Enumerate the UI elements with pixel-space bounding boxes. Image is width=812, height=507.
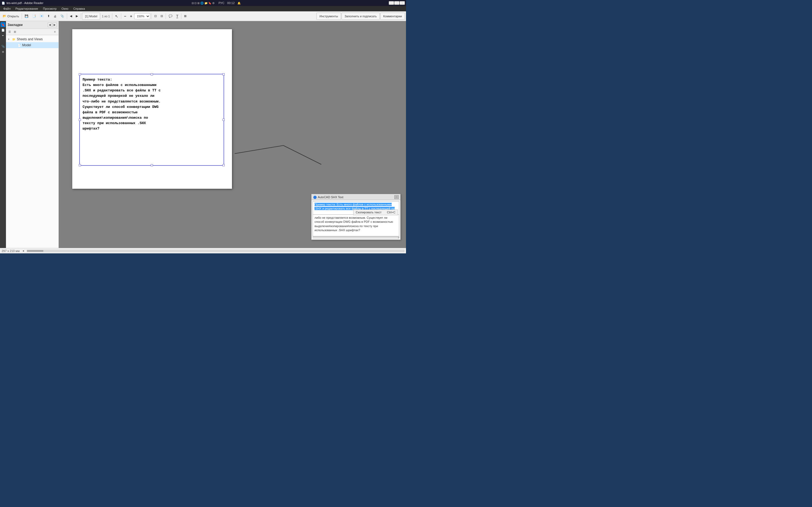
taskbar-icon: ⊟ ⊡ ⊞ 🌐 📁 🔖 ⚙ [192,2,215,5]
bookmarks-icon[interactable]: 🔖 [1,22,5,27]
sidebar-header-controls: ◀ ▶ [48,23,57,27]
print-button[interactable]: 🖨 [52,12,58,20]
panel-toggle-button[interactable]: ⊠ [183,12,188,20]
signature-icon[interactable]: ✒ [1,33,5,38]
tools-panel-button[interactable]: Инструменты [316,13,341,20]
menu-edit[interactable]: Редактирование [13,6,40,11]
svg-line-1 [284,146,321,164]
minimize-button[interactable]: ─ [389,1,394,5]
zoom-in-button[interactable]: + [128,12,134,20]
shx-scrollbar[interactable]: ◢ [313,236,399,238]
attachment-button[interactable]: 📎 [59,12,66,20]
notification-icon: 🔔 [237,2,241,5]
printer-icon: 🖨 [54,15,57,18]
page-icon: 📄 [17,43,21,47]
menu-window[interactable]: Окно [59,6,71,11]
menu-file[interactable]: Файл [1,6,13,11]
menu-view[interactable]: Просмотр [41,6,59,11]
open-button[interactable]: 📂 Открыть [1,12,20,20]
bookmark-new-icon[interactable]: ☰ [7,30,12,34]
sidebar-toolbar: ☰ ⊞ ≡ [6,29,58,35]
pdf-text-content: Пример текста: Есть много файлов с испол… [79,74,224,135]
left-icon-bar: 🔖 📄 ✒ 📎 ⊕ [0,21,6,248]
fit-width-button[interactable]: ⊟ [159,12,164,20]
window-controls[interactable]: ─ □ ✕ [389,1,405,5]
tree-item-sheets-views[interactable]: ▾ 📁 Sheets and Views [6,36,58,42]
open-label: Открыть [7,15,19,18]
sidebar-panel: Закладки ◀ ▶ ☰ ⊞ ≡ ▾ 📁 Sheets and Views … [6,21,59,248]
fit-width-icon: ⊟ [160,14,163,18]
print-pdf-icon: 📑 [32,14,36,18]
upload-icon: ⬆ [47,14,50,18]
scrollbar-thumb[interactable] [27,250,43,252]
shx-remaining-text: либо не представляется возможным. Сущест… [313,215,399,236]
highlight-icon: T̲ [176,14,179,18]
menu-bar: Файл Редактирование Просмотр Окно Справк… [0,6,406,11]
open-icon: 📂 [3,14,6,18]
pdf-page: Пример текста: Есть много файлов с испол… [72,29,232,189]
toolbar: 📂 Открыть 💾 📑 📧 ⬆ 🖨 📎 ◀ ▶ [1] Model 1 из… [0,11,406,21]
bookmark-menu-icon[interactable]: ≡ [52,30,57,34]
cursor-tool-button[interactable]: ↖ [113,12,120,20]
pdf-content-area[interactable]: Пример текста: Есть много файлов с испол… [59,21,406,248]
tree-item-model[interactable]: 📄 Model [6,42,58,48]
comment-button[interactable]: 💬 [167,12,174,20]
sidebar-header: Закладки ◀ ▶ [6,21,58,29]
zoom-selector[interactable]: 150% 100% 75% 50% 200% [134,13,150,19]
upload-button[interactable]: ⬆ [46,12,51,20]
svg-line-0 [235,146,284,154]
zoom-out-button[interactable]: − [122,12,128,20]
shx-highlighted-text: Пример текста: Есть много файлов с испол… [314,203,395,210]
bookmark-expand-icon[interactable]: ⊞ [12,30,17,34]
save-button[interactable]: 💾 [23,12,30,20]
shx-resize-corner[interactable]: ◢ [398,236,399,238]
comments-panel-button[interactable]: Комментарии [380,13,405,20]
close-button[interactable]: ✕ [400,1,405,5]
highlight-button[interactable]: T̲ [174,12,180,20]
shx-highlighted-text-area[interactable]: Пример текста: Есть много файлов с испол… [313,201,399,215]
page-dimensions: 297 x 210 мм [2,249,20,252]
pdf-text: Пример текста: Есть много файлов с испол… [83,77,161,130]
handle-bottom-right[interactable] [222,164,225,166]
model-selector[interactable]: [1] Model [82,13,100,20]
handle-bottom-left[interactable] [79,164,81,166]
copy-button-label: Скопировать текст [356,210,382,214]
shx-popup-title: AutoCAD SHX Text [318,195,344,199]
main-layout: 🔖 📄 ✒ 📎 ⊕ Закладки ◀ ▶ ☰ ⊞ ≡ ▾ 📁 Sheets … [0,21,406,248]
toolbar-separator-6 [151,13,152,19]
nav-next-icon: ▶ [76,14,78,18]
print-pdf-button[interactable]: 📑 [31,12,38,20]
shx-popup-content: Пример текста: Есть много файлов с испол… [311,200,400,239]
attachments-icon[interactable]: 📎 [1,44,5,49]
horizontal-scrollbar[interactable] [27,250,405,252]
fit-page-button[interactable]: ⊡ [153,12,158,20]
shx-copy-button[interactable]: Скопировать текст Ctrl+C [353,210,398,215]
pages-icon[interactable]: 📄 [1,27,5,33]
shx-popup-titlebar: ⬤ AutoCAD SHX Text ─ [311,194,400,200]
page-info: 1 из 1 [101,15,111,18]
title-bar: 📄 tes-wint.pdf - Adobe Reader ⊟ ⊡ ⊞ 🌐 📁 … [0,0,406,6]
menu-help[interactable]: Справка [71,6,87,11]
email-icon: 📧 [40,14,44,18]
shx-text-popup: ⬤ AutoCAD SHX Text ─ Пример текста: Есть… [311,194,401,240]
sidebar-expand-button[interactable]: ▶ [52,23,57,27]
scroll-left-indicator[interactable]: ◂ [22,249,24,252]
save-icon: 💾 [24,14,29,18]
fill-sign-button[interactable]: Заполнить и подписать [342,13,380,20]
tree-label-model: Model [22,43,31,47]
zoom-out-icon: − [124,14,126,18]
nav-prev-button[interactable]: ◀ [68,12,73,20]
comment-icon: 💬 [169,14,172,18]
handle-bottom-middle[interactable] [151,164,153,166]
nav-next-button[interactable]: ▶ [74,12,80,20]
toolbar-separator-4 [112,13,112,19]
tree-label-sheets-views: Sheets and Views [17,37,43,41]
shx-title-left: ⬤ AutoCAD SHX Text [313,195,344,199]
email-button[interactable]: 📧 [38,12,45,20]
maximize-button[interactable]: □ [394,1,400,5]
shx-close-button[interactable]: ─ [394,195,399,199]
layers-icon[interactable]: ⊕ [1,49,5,54]
app-logo-icon: 📄 [1,1,5,5]
toolbar-separator-2 [67,13,67,19]
sidebar-collapse-button[interactable]: ◀ [48,23,52,27]
